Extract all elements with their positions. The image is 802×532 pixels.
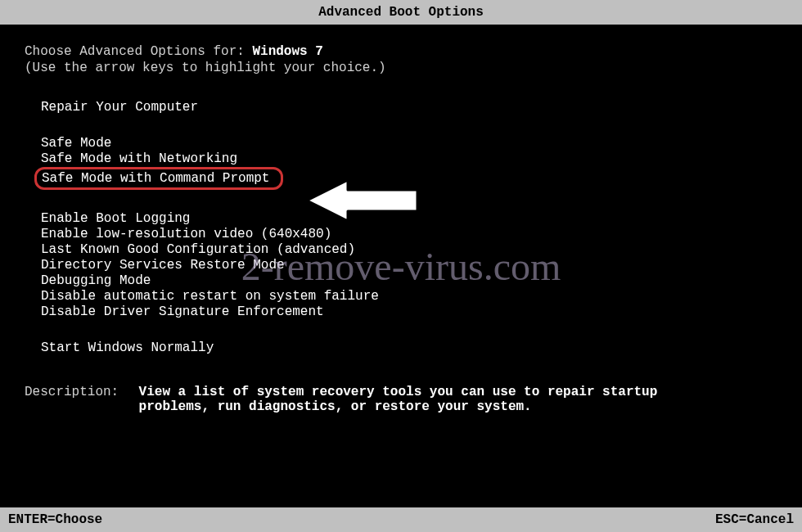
menu-item-debugging-mode[interactable]: Debugging Mode [41,273,777,288]
menu-item-safe-mode-networking[interactable]: Safe Mode with Networking [41,151,777,166]
choose-label: Choose Advanced Options for: [25,44,245,59]
callout-arrow-icon [303,172,426,233]
description-text: View a list of system recovery tools you… [139,385,712,414]
choose-line: Choose Advanced Options for: Windows 7 [25,44,777,59]
menu-item-start-windows-normally[interactable]: Start Windows Normally [41,340,777,355]
menu-item-last-known-good[interactable]: Last Known Good Configuration (advanced) [41,242,777,257]
footer-enter: ENTER=Choose [8,512,102,527]
highlight-ring: Safe Mode with Command Prompt [34,167,283,190]
menu-item-safe-mode[interactable]: Safe Mode [41,136,777,151]
footer-bar: ENTER=Choose ESC=Cancel [0,507,802,532]
description-label: Description: [25,385,131,399]
menu-group-normal: Start Windows Normally [41,340,777,355]
menu-item-disable-auto-restart[interactable]: Disable automatic restart on system fail… [41,289,777,304]
os-name: Windows 7 [252,44,322,59]
footer-esc: ESC=Cancel [715,512,794,527]
menu-item-disable-driver-sig[interactable]: Disable Driver Signature Enforcement [41,304,777,319]
menu-group-repair: Repair Your Computer [41,100,777,115]
page-title: Advanced Boot Options [318,5,484,20]
hint-line: (Use the arrow keys to highlight your ch… [25,61,777,75]
svg-marker-0 [307,180,417,221]
menu-item-repair-your-computer[interactable]: Repair Your Computer [41,100,777,115]
description-block: Description: View a list of system recov… [25,385,777,414]
title-bar: Advanced Boot Options [0,0,802,25]
menu-item-directory-services-restore[interactable]: Directory Services Restore Mode [41,258,777,273]
